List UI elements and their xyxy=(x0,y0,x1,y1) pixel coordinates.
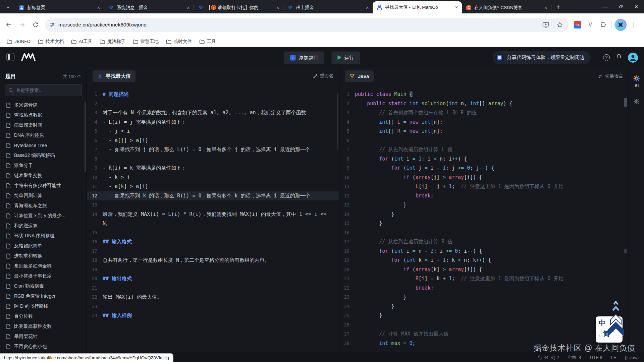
reload-button[interactable] xyxy=(30,19,42,31)
sidebar-item-3[interactable]: DNA 序列还原 xyxy=(0,130,87,140)
address-bar[interactable]: marscode.cn/practice/nnek809lxwjono xyxy=(45,18,569,32)
sidebar-item-10[interactable]: 青海湖租车之旅 xyxy=(0,201,87,211)
sidebar-toggle-button[interactable] xyxy=(6,53,15,63)
fe-extension-button[interactable]: FE xyxy=(572,19,583,31)
switch-language-button[interactable]: 切换语言 xyxy=(598,73,623,79)
help-button[interactable]: ? xyxy=(603,54,610,61)
add-problem-button[interactable]: + 添加题目 xyxy=(284,51,324,64)
sidebar-item-17[interactable]: 最小替换子串长度 xyxy=(0,271,87,281)
language-tab[interactable]: Java xyxy=(345,70,374,82)
tab-close-icon[interactable]: ✕ xyxy=(365,5,370,10)
sidebar-item-15[interactable]: 进制求和转换 xyxy=(0,251,87,261)
debug-feedback-button[interactable] xyxy=(634,98,640,106)
back-button[interactable] xyxy=(3,19,15,31)
code-scrollbar[interactable] xyxy=(624,98,627,107)
sidebar-item-9[interactable]: 简单四则计算 xyxy=(0,191,87,201)
bookmark-folder-5[interactable]: 临时文件 xyxy=(163,37,195,46)
bookmark-folder-3[interactable]: 魔法梯子 xyxy=(97,37,128,46)
bookmark-folder-6[interactable]: 工具 xyxy=(197,37,219,46)
bookmark-folder-2[interactable]: AI工具 xyxy=(68,37,95,46)
rename-button[interactable]: 重命名 xyxy=(313,73,334,79)
code-line-13: 13 } xyxy=(339,200,629,210)
sidebar-item-1[interactable]: 查找热点数据 xyxy=(0,110,87,120)
profile-button[interactable] xyxy=(614,19,627,31)
status-indent[interactable]: 空格: 4 xyxy=(568,355,581,361)
ai-assistant-button[interactable]: AI xyxy=(633,75,640,88)
sidebar-item-13[interactable]: 环状 DNA 序列整理 xyxy=(0,231,87,241)
extensions-button[interactable] xyxy=(597,19,609,31)
share-banner[interactable]: 分享代码练习体验，领限量定制周边 xyxy=(493,51,591,64)
search-input[interactable] xyxy=(16,88,73,93)
sidebar-item-6[interactable]: 猫鱼分干 xyxy=(0,161,87,171)
browser-tab-2[interactable]: 【🎁 请领取打卡礼】你的✕ xyxy=(194,2,283,13)
problem-title-tab[interactable]: 寻找最大值 xyxy=(93,70,136,82)
folder-icon xyxy=(71,39,76,44)
tab-close-icon[interactable]: ✕ xyxy=(185,5,191,10)
sidebar-item-0[interactable]: 多米诺骨牌 xyxy=(0,100,87,110)
browser-tab-5[interactable]: C在人间负债^-CSDN博客✕ xyxy=(462,2,551,13)
newtab-favicon xyxy=(19,5,24,11)
sidebar-item-7[interactable]: 链表聚集交换 xyxy=(0,171,87,181)
new-tab-button[interactable]: + xyxy=(553,2,563,12)
close-button[interactable]: ✕ xyxy=(629,0,644,13)
line-content: } xyxy=(355,219,629,228)
sidebar-item-16[interactable]: 拿到最多红包金额 xyxy=(0,261,87,271)
sidebar-item-21[interactable]: 百分位数 xyxy=(0,311,87,321)
bookmark-folder-4[interactable]: 智慧工地 xyxy=(130,37,161,46)
browser-tab-1[interactable]: 系统消息 - 掘金✕ xyxy=(104,2,194,13)
notifications-button[interactable] xyxy=(616,54,622,61)
run-button[interactable]: 运行 xyxy=(332,51,360,64)
tab-title: 稀土掘金 xyxy=(296,5,362,11)
line-content: if (array[j] > array[i]) { xyxy=(355,173,629,182)
problem-panel: 寻找最大值 重命名 1# 问题描述23对于一个有 N 个元素的数组，包含如下的元… xyxy=(87,68,339,353)
problem-markdown-editor[interactable]: 1# 问题描述23对于一个有 N 个元素的数组，包含如下的元素 a1, a2, … xyxy=(87,84,339,353)
tab-close-icon[interactable]: ✕ xyxy=(454,5,459,10)
sidebar-item-8[interactable]: 字符串有多少种可能性 xyxy=(0,181,87,191)
code-editor[interactable]: 1public class Main {2 public static int … xyxy=(339,84,629,353)
sidebar-item-11[interactable]: 计算位置 x 到 y 的最少... xyxy=(0,211,87,221)
sidebar-item-4[interactable]: Bytedance Tree xyxy=(0,140,87,150)
user-avatar-icon xyxy=(628,53,638,63)
sidebar-item-22[interactable]: 比赛最高获胜次数 xyxy=(0,321,87,331)
rename-label: 重命名 xyxy=(320,73,334,79)
tab-search-button[interactable] xyxy=(3,2,13,12)
v-extension-button[interactable]: V xyxy=(585,19,596,31)
install-app-button[interactable] xyxy=(540,19,551,30)
line-content: ## 输入样例 xyxy=(103,311,339,320)
forward-button[interactable] xyxy=(16,19,28,31)
tab-close-icon[interactable]: ✕ xyxy=(543,5,548,10)
sidebar-item-18[interactable]: Cion 勒索病毒 xyxy=(0,281,87,291)
status-language[interactable]: {} Java xyxy=(625,355,639,360)
bookmark-folder-0[interactable]: JBINFO xyxy=(4,38,33,45)
status-encoding[interactable]: UTF-8 xyxy=(590,355,602,360)
browser-tab-4[interactable]: 寻找最大值 - 豆包 MarsCo✕ xyxy=(373,1,462,13)
line-content: - L(i) = j 需要满足的条件如下： xyxy=(103,118,339,127)
minimize-button[interactable]: — xyxy=(598,0,613,13)
problem-scrollbar[interactable] xyxy=(337,93,338,150)
search-box[interactable] xyxy=(5,84,82,96)
bookmark-star-button[interactable] xyxy=(554,19,565,30)
translate-widget[interactable]: 中 ‚ 简 ^ xyxy=(596,316,623,343)
tab-close-icon[interactable]: ✕ xyxy=(275,5,280,10)
status-eol[interactable]: LF xyxy=(611,355,616,360)
browser-menu-button[interactable]: ⋮ xyxy=(628,19,639,31)
maximize-button[interactable] xyxy=(613,0,629,13)
window-controls: — ✕ xyxy=(598,0,644,13)
status-line-col[interactable]: 行 44, 列 2 xyxy=(538,355,559,361)
line-content xyxy=(103,247,339,256)
browser-tab-3[interactable]: 稀土掘金✕ xyxy=(283,2,373,13)
sidebar-scrollbar[interactable] xyxy=(85,102,86,172)
sidebar-item-5[interactable]: Base32 编码和解码 xyxy=(0,150,87,161)
tab-close-icon[interactable]: ✕ xyxy=(96,5,101,10)
user-avatar[interactable] xyxy=(628,53,638,63)
browser-tab-0[interactable]: 新标签页✕ xyxy=(15,2,104,13)
sidebar-item-24[interactable]: 不再贪心的小包 xyxy=(0,342,87,352)
sidebar-item-12[interactable]: 和的逆运算 xyxy=(0,221,87,231)
line-number: 16 xyxy=(339,228,355,238)
sidebar-item-19[interactable]: RGB 色值转 Integer xyxy=(0,291,87,301)
sidebar-item-2[interactable]: 病毒感染时间 xyxy=(0,120,87,130)
sidebar-item-20[interactable]: 阿 D 的飞行路线 xyxy=(0,301,87,311)
sidebar-item-23[interactable]: 暴雨梨花针 xyxy=(0,331,87,342)
bookmark-folder-1[interactable]: 技术文档 xyxy=(35,37,66,46)
sidebar-item-14[interactable]: 及格如此简单 xyxy=(0,241,87,251)
